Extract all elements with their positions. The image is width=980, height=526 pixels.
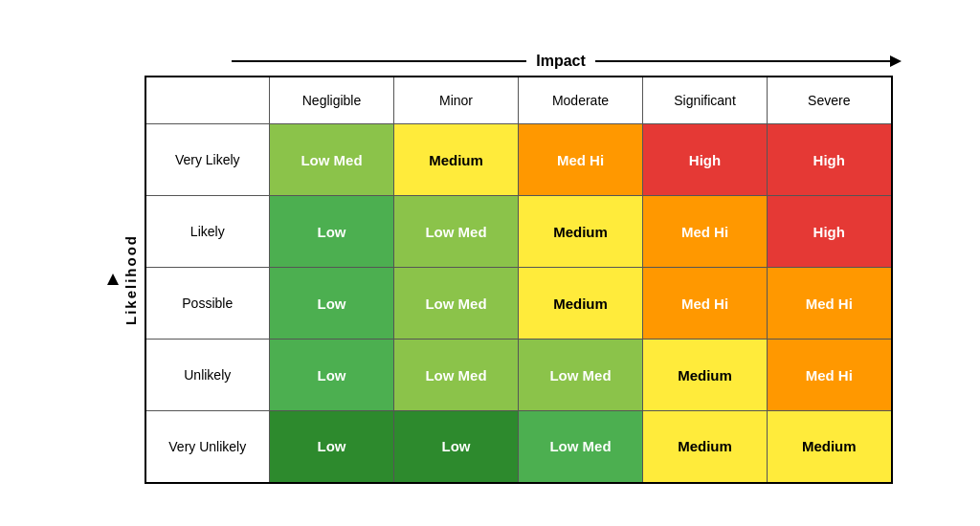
- impact-arrow-line2: [595, 60, 890, 62]
- risk-cell-r2-c0: Low: [270, 268, 394, 340]
- col-header-significant: Significant: [643, 77, 768, 124]
- table-row: Very UnlikelyLowLowLow MedMediumMedium: [145, 411, 892, 483]
- risk-cell-r1-c3: Med Hi: [643, 196, 768, 268]
- risk-cell-r2-c3: Med Hi: [643, 268, 768, 340]
- risk-cell-r3-c3: Medium: [643, 340, 768, 411]
- risk-cell-r2-c2: Medium: [519, 268, 643, 340]
- risk-matrix-wrapper: Impact Likelihood Negligible Minor Moder…: [21, 24, 959, 503]
- likelihood-wrapper: Likelihood: [107, 76, 139, 484]
- impact-arrow-line: [232, 60, 526, 62]
- risk-cell-r4-c2: Low Med: [519, 411, 643, 483]
- table-row: UnlikelyLowLow MedLow MedMediumMed Hi: [145, 340, 892, 411]
- risk-cell-r0-c1: Medium: [394, 124, 519, 196]
- col-header-negligible: Negligible: [270, 77, 394, 124]
- likelihood-label: Likelihood: [122, 234, 139, 325]
- impact-arrowhead: [890, 55, 902, 67]
- risk-cell-r2-c4: Med Hi: [768, 268, 892, 340]
- row-header-unlikely: Unlikely: [145, 340, 270, 411]
- risk-cell-r4-c1: Low: [394, 411, 519, 483]
- row-header-possible: Possible: [145, 268, 270, 340]
- row-header-very-likely: Very Likely: [145, 124, 270, 196]
- row-header-very-unlikely: Very Unlikely: [145, 411, 270, 483]
- risk-cell-r1-c2: Medium: [519, 196, 643, 268]
- table-row: Very LikelyLow MedMediumMed HiHighHigh: [145, 124, 892, 196]
- risk-cell-r4-c3: Medium: [643, 411, 768, 483]
- risk-cell-r1-c1: Low Med: [394, 196, 519, 268]
- main-content: Likelihood Negligible Minor Moderate Sig…: [107, 76, 893, 484]
- col-header-severe: Severe: [768, 77, 892, 124]
- likelihood-arrowhead: [107, 274, 119, 285]
- risk-cell-r0-c4: High: [768, 124, 892, 196]
- col-header-minor: Minor: [394, 77, 519, 124]
- risk-cell-r0-c0: Low Med: [270, 124, 394, 196]
- risk-cell-r2-c1: Low Med: [394, 268, 519, 340]
- impact-label: Impact: [526, 53, 595, 70]
- risk-cell-r0-c3: High: [643, 124, 768, 196]
- risk-cell-r4-c0: Low: [270, 411, 394, 483]
- table-row: LikelyLowLow MedMediumMed HiHigh: [145, 196, 892, 268]
- risk-cell-r1-c4: High: [768, 196, 892, 268]
- column-header-row: Negligible Minor Moderate Significant Se…: [145, 77, 892, 124]
- risk-cell-r3-c1: Low Med: [394, 340, 519, 411]
- risk-table: Negligible Minor Moderate Significant Se…: [145, 76, 893, 484]
- table-row: PossibleLowLow MedMediumMed HiMed Hi: [145, 268, 892, 340]
- risk-cell-r3-c2: Low Med: [519, 340, 643, 411]
- row-header-likely: Likely: [145, 196, 270, 268]
- risk-cell-r1-c0: Low: [270, 196, 394, 268]
- risk-cell-r3-c0: Low: [270, 340, 394, 411]
- risk-cell-r0-c2: Med Hi: [519, 124, 643, 196]
- corner-cell: [145, 77, 270, 124]
- risk-cell-r3-c4: Med Hi: [768, 340, 892, 411]
- likelihood-arrow-wrapper: [107, 274, 119, 285]
- col-header-moderate: Moderate: [519, 77, 643, 124]
- risk-cell-r4-c4: Medium: [768, 411, 892, 483]
- impact-header: Impact: [232, 53, 902, 70]
